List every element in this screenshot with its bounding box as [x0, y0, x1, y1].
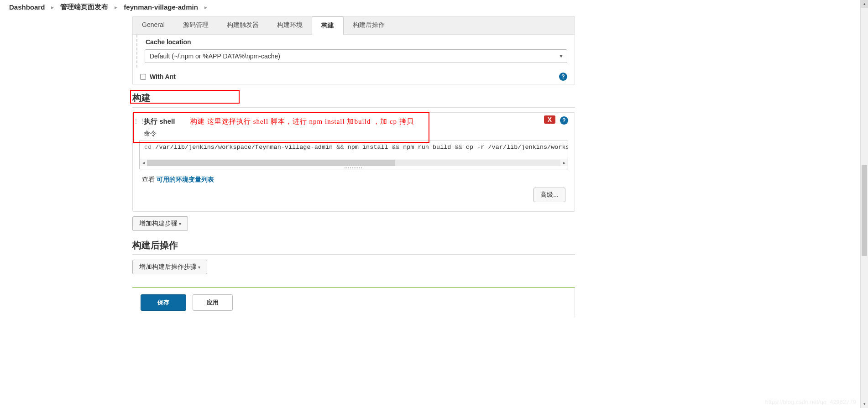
scroll-left-icon[interactable]: ◂	[140, 160, 147, 165]
tab-build[interactable]: 构建	[312, 16, 344, 35]
shell-command-text[interactable]: cd /var/lib/jenkins/workspace/feynman-vi…	[140, 141, 568, 159]
breadcrumb-sep-icon: ▸	[115, 4, 117, 10]
tab-general[interactable]: General	[133, 16, 174, 34]
cache-location-select[interactable]: Default (~/.npm or %APP DATA%\npm-cache)	[145, 49, 567, 63]
breadcrumb-sep-icon: ▸	[204, 4, 207, 10]
horizontal-scrollbar[interactable]: ◂ ▸	[140, 159, 568, 166]
config-content: Cache location Default (~/.npm or %APP D…	[132, 35, 575, 84]
tab-post-build[interactable]: 构建后操作	[344, 16, 394, 34]
cache-location-label: Cache location	[146, 38, 567, 46]
env-vars-prefix: 查看	[142, 176, 157, 183]
annotation-box	[130, 90, 240, 104]
apply-button[interactable]: 应用	[193, 294, 233, 311]
with-ant-checkbox[interactable]	[140, 74, 146, 80]
with-ant-label[interactable]: With Ant	[150, 73, 176, 80]
add-post-build-step-button[interactable]: 增加构建后操作步骤	[132, 260, 207, 274]
footer-actions: 保存 应用	[132, 287, 575, 317]
post-build-section-title: 构建后操作	[132, 239, 575, 255]
resize-grip[interactable]	[140, 166, 568, 169]
breadcrumb-folder[interactable]: 管理端页面发布	[60, 3, 108, 11]
scroll-up-icon[interactable]: ▴	[861, 0, 868, 8]
shell-command-editor[interactable]: cd /var/lib/jenkins/workspace/feynman-vi…	[139, 141, 568, 169]
config-tabs: General 源码管理 构建触发器 构建环境 构建 构建后操作	[132, 16, 575, 35]
shell-step-panel: ⋮⋮ X ? 执行 shell 构建 这里选择执行 shell 脚本，进行 np…	[132, 112, 575, 212]
help-icon[interactable]: ?	[559, 73, 567, 81]
vscroll-thumb[interactable]	[862, 165, 867, 256]
breadcrumb-job[interactable]: feynman-village-admin	[124, 3, 198, 11]
tab-scm[interactable]: 源码管理	[174, 16, 218, 34]
advanced-button[interactable]: 高级...	[533, 188, 565, 202]
breadcrumb: Dashboard ▸ 管理端页面发布 ▸ feynman-village-ad…	[0, 0, 712, 16]
save-button[interactable]: 保存	[141, 294, 186, 311]
add-build-step-button[interactable]: 增加构建步骤	[132, 216, 188, 231]
breadcrumb-sep-icon: ▸	[51, 4, 54, 10]
vertical-scrollbar[interactable]: ▴ ▾	[860, 0, 868, 317]
scroll-thumb[interactable]	[147, 160, 395, 166]
breadcrumb-dashboard[interactable]: Dashboard	[9, 3, 45, 11]
scroll-right-icon[interactable]: ▸	[560, 160, 568, 165]
tab-triggers[interactable]: 构建触发器	[218, 16, 268, 34]
env-vars-link[interactable]: 可用的环境变量列表	[157, 176, 214, 183]
tab-environment[interactable]: 构建环境	[268, 16, 312, 34]
annotation-box	[133, 112, 429, 143]
